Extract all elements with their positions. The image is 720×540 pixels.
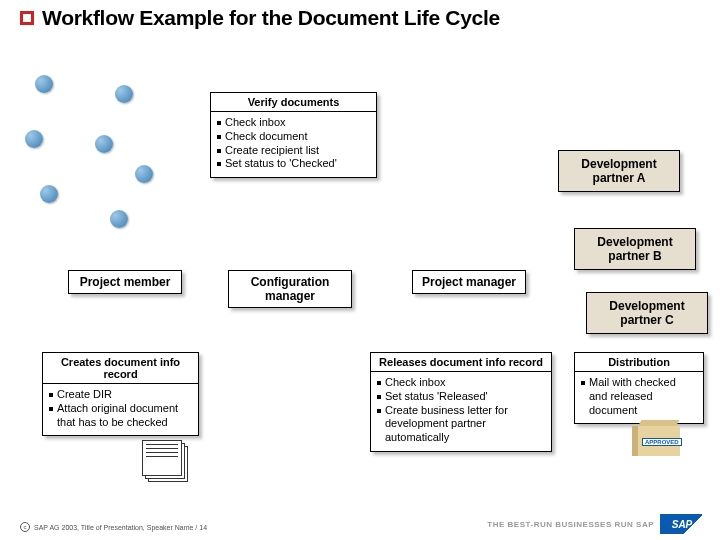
releases-head: Releases document info record bbox=[371, 353, 551, 372]
distribution-task: Distribution Mail with checked and relea… bbox=[574, 352, 704, 424]
title-bar: Workflow Example for the Document Life C… bbox=[20, 6, 500, 30]
footer: c SAP AG 2003, Title of Presentation, Sp… bbox=[20, 522, 207, 532]
verify-head: Verify documents bbox=[211, 93, 376, 112]
creates-items: Create DIR Attach original document that… bbox=[49, 388, 192, 429]
releases-item: Create business letter for development p… bbox=[377, 404, 545, 445]
title-bullet-icon bbox=[20, 11, 34, 25]
role-project-member: Project member bbox=[68, 270, 182, 294]
verify-items: Check inbox Check document Create recipi… bbox=[217, 116, 370, 171]
copyright-icon: c bbox=[20, 522, 30, 532]
role-config-manager: Configuration manager bbox=[228, 270, 352, 308]
partner-c: Development partner C bbox=[586, 292, 708, 334]
brand: THE BEST-RUN BUSINESSES RUN SAP SAP bbox=[487, 514, 702, 534]
verify-item: Check document bbox=[217, 130, 370, 144]
releases-task: Releases document info record Check inbo… bbox=[370, 352, 552, 452]
network-graphic bbox=[25, 75, 155, 235]
distribution-items: Mail with checked and released document bbox=[581, 376, 697, 417]
releases-items: Check inbox Set status 'Released' Create… bbox=[377, 376, 545, 445]
sap-logo-icon: SAP bbox=[660, 514, 702, 534]
releases-item: Set status 'Released' bbox=[377, 390, 545, 404]
footer-text: SAP AG 2003, Title of Presentation, Spea… bbox=[34, 524, 207, 531]
approved-stamp: APPROVED bbox=[642, 438, 682, 446]
verify-item: Check inbox bbox=[217, 116, 370, 130]
creates-head: Creates document info record bbox=[43, 353, 198, 384]
slide: Workflow Example for the Document Life C… bbox=[0, 0, 720, 540]
verify-item: Create recipient list bbox=[217, 144, 370, 158]
partner-b: Development partner B bbox=[574, 228, 696, 270]
creates-item: Create DIR bbox=[49, 388, 192, 402]
document-stack-icon bbox=[142, 440, 188, 482]
page-title: Workflow Example for the Document Life C… bbox=[42, 6, 500, 30]
creates-task: Creates document info record Create DIR … bbox=[42, 352, 199, 436]
verify-task: Verify documents Check inbox Check docum… bbox=[210, 92, 377, 178]
package-icon: APPROVED bbox=[632, 420, 682, 458]
distribution-item: Mail with checked and released document bbox=[581, 376, 697, 417]
partner-a: Development partner A bbox=[558, 150, 680, 192]
creates-item: Attach original document that has to be … bbox=[49, 402, 192, 430]
verify-item: Set status to 'Checked' bbox=[217, 157, 370, 171]
releases-item: Check inbox bbox=[377, 376, 545, 390]
brand-tagline: THE BEST-RUN BUSINESSES RUN SAP bbox=[487, 520, 654, 529]
role-project-manager: Project manager bbox=[412, 270, 526, 294]
distribution-head: Distribution bbox=[575, 353, 703, 372]
